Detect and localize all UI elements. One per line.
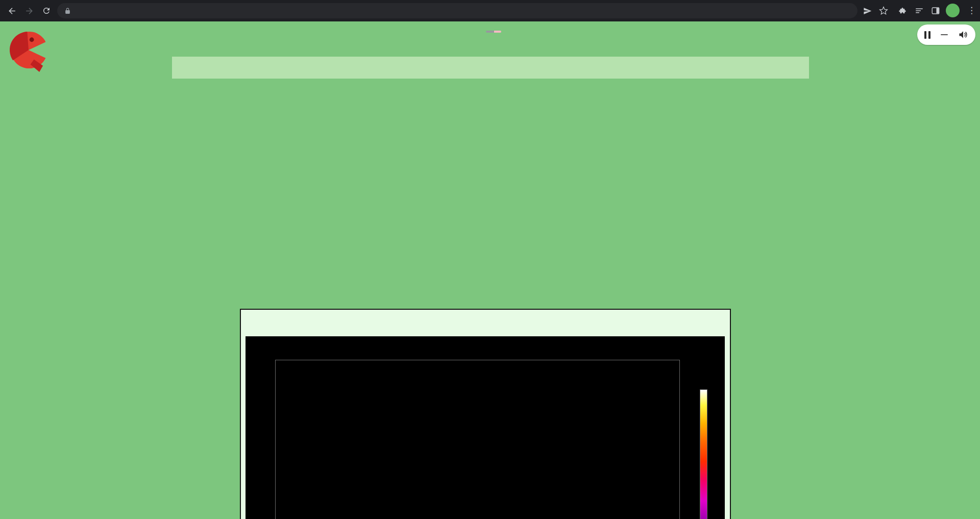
volume-icon[interactable] [958, 30, 968, 40]
spectrogram-canvas [275, 360, 680, 519]
send-icon[interactable] [862, 5, 873, 16]
url-bar[interactable] [57, 3, 857, 18]
menu-kebab-icon[interactable]: ⋮ [967, 5, 976, 17]
seek-bar[interactable] [941, 34, 948, 36]
audio-player[interactable] [917, 24, 975, 45]
back-icon[interactable] [6, 5, 17, 16]
nav-bar [172, 57, 809, 79]
extensions-icon[interactable] [897, 5, 908, 16]
reading-list-icon[interactable] [914, 5, 925, 16]
reload-icon[interactable] [41, 5, 52, 16]
pause-icon[interactable] [924, 31, 930, 39]
colorbar [700, 389, 707, 519]
lock-icon [64, 8, 71, 14]
profile-avatar[interactable] [946, 4, 960, 17]
version-badge [486, 31, 501, 33]
page: ⋮ [0, 0, 980, 519]
forward-icon [23, 5, 35, 16]
side-panel-icon[interactable] [930, 5, 941, 16]
header [0, 23, 980, 40]
spectrogram [246, 336, 725, 519]
version-value [494, 31, 501, 33]
most-recent-detection [0, 291, 980, 301]
browser-chrome: ⋮ [0, 0, 980, 21]
bookmark-star-icon[interactable] [878, 5, 889, 16]
version-label [486, 31, 494, 33]
